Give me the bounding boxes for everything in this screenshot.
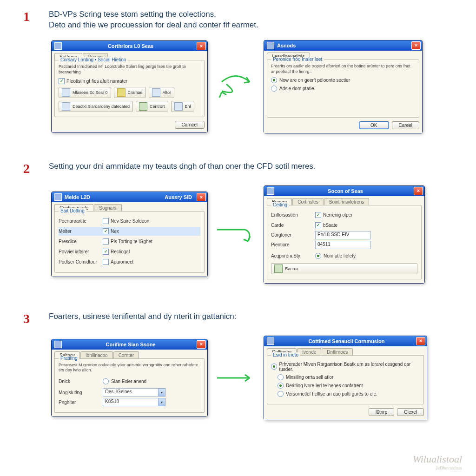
radio-option[interactable]: Nom ätle fiolety (315, 253, 356, 259)
cancel-button[interactable]: Careel (392, 121, 419, 129)
form-row: MogislutingOes_lGelnes▾ (59, 388, 200, 397)
text-input[interactable]: 04511 (315, 241, 371, 249)
checkbox-option[interactable]: Nev Saire Soldeon (103, 218, 149, 224)
close-icon[interactable]: × (197, 340, 206, 349)
step-number: 1 (23, 9, 35, 24)
cancel-button[interactable]: Carncel (175, 121, 205, 129)
watermark: Wilualistoal IeDhevsednas (413, 453, 462, 470)
radio-option[interactable]: Versorrietlef f cfllse an dao polti gurê… (278, 391, 420, 397)
form-row: Podlser ComidtourAparornect (59, 258, 200, 266)
dialog-confirm-b: Cottimed Senaucll Cornmusion × Coflinobe… (264, 336, 427, 420)
form-row: PoenaroartiteNev Saire Soldeon (59, 217, 200, 225)
tab[interactable]: Ivonde (297, 348, 321, 356)
step-text: Setting your dni ammidate my teauts dngh… (49, 161, 316, 172)
dialog-options-b: Asnods × Leardlnevariitás Peronice fróo … (264, 40, 423, 133)
close-icon[interactable]: × (416, 337, 425, 345)
dialog-settings-a: Corthrlors L0 Seas × Satfrone Demes Cors… (51, 40, 208, 132)
dialog-settings-b: Socon of Seas × Benarn Cortinsles Sointl… (264, 185, 425, 284)
radio-option[interactable]: Prhverader Mlven Rarganrison Beatk um as… (271, 362, 420, 372)
group-legend: Pratifing (59, 356, 79, 361)
window-icon (54, 42, 62, 50)
titlebar[interactable]: Socon of Seas × (264, 186, 424, 196)
tab[interactable]: Cornter (113, 351, 139, 359)
apply-button[interactable]: Ranrcx (271, 263, 417, 274)
group-legend: Esid in tneto (271, 352, 300, 357)
radio-icon (271, 77, 277, 83)
action-button[interactable]: Cramae (114, 87, 146, 98)
action-button[interactable]: Altor (149, 87, 175, 98)
group-description: Psctlared Inredlorted M° Loorctrofte Sol… (59, 64, 200, 75)
close-icon[interactable]: × (414, 187, 423, 195)
titlebar[interactable]: Corifime Sian Ssone × (52, 339, 207, 350)
tab[interactable]: Sognars (94, 204, 121, 212)
group-description: Peransest M genrion codoctole yöor artis… (59, 363, 200, 373)
radio-option[interactable]: Deátling lvnre lerl te henes confatrent (278, 383, 420, 389)
form-row: MeiterNex (59, 227, 200, 236)
form-row: PresdicePis Torting te lGghet (59, 237, 200, 246)
arrow-icon (215, 369, 257, 387)
form-row: CardebSsate (271, 221, 417, 230)
titlebar[interactable]: Cottimed Senaucll Cornmusion × (264, 336, 427, 346)
checkbox-option[interactable]: Nerrenig olper (315, 212, 352, 218)
tab[interactable]: Cortinsles (292, 198, 323, 205)
checkbox-icon (59, 78, 65, 84)
cancel-button[interactable]: Clexel (397, 408, 424, 416)
action-button[interactable]: Mlaseee Ec Sesr 0 (59, 87, 111, 98)
close-icon[interactable]: × (197, 42, 206, 50)
step-3: 3 Foarters, usinese tenifiental and dy n… (23, 311, 453, 420)
radio-option[interactable]: Minsiling orrta sell atlor (278, 374, 420, 380)
form-row: Acqprirem.StyNom ätle fiolety (271, 251, 417, 261)
titlebar[interactable]: Corthrlors L0 Seas × (52, 41, 207, 51)
group-legend: Peronice fróo Inaler loet (271, 57, 324, 62)
dialog-settings-a: Corifime Sian Ssone × Seitnoy lbnilinacb… (51, 339, 208, 417)
window-icon (267, 187, 274, 195)
tab[interactable]: Dntlirnoes (322, 348, 353, 356)
radio-option[interactable]: Now are on geer't pdloonte sectier (271, 77, 415, 83)
arrow-icon (215, 66, 257, 107)
dialog-settings-a: Meide L2DAussry SID × Conting rsurle Sog… (51, 192, 208, 277)
group-description: Froarits ors aadkr ele tropord aforrierl… (271, 64, 415, 74)
window-icon (267, 337, 274, 345)
step-number: 2 (23, 161, 35, 176)
text-input[interactable]: Pn/L8 SSD EIV (315, 231, 371, 239)
step-text: BD-VPs Scring tese stom setting the cole… (49, 9, 258, 31)
checkbox-option[interactable]: Nex (103, 228, 119, 234)
group-legend: Corsary Lording • Social Hietion (59, 57, 128, 62)
checkbox-option[interactable]: Recliogal (103, 249, 130, 255)
ok-button[interactable]: I0tnrp (369, 408, 395, 416)
form-row: Pientiore04511 (271, 241, 417, 249)
form-row: DnickSian Exier anend (59, 376, 200, 387)
tab[interactable]: Sointl insvletrens (324, 198, 370, 205)
checkbox-option[interactable]: bSsate (315, 222, 337, 228)
group-legend: Ceiting (271, 202, 289, 207)
step-number: 3 (23, 311, 35, 326)
titlebar[interactable]: Asnods × (264, 40, 422, 51)
radio-option[interactable]: Sian Exier anend (103, 378, 146, 384)
action-button[interactable]: Centrort (136, 101, 168, 112)
close-icon[interactable]: × (197, 193, 206, 201)
dropdown[interactable]: K8S18▾ (103, 398, 165, 406)
group-legend: Sait Dotfing (59, 208, 86, 213)
step-2: 2 Setting your dni ammidate my teauts dn… (23, 161, 453, 284)
step-text: Foarters, usinese tenifiental and dy nte… (49, 311, 237, 322)
step-1: 1 BD-VPs Scring tese stom setting the co… (23, 9, 453, 133)
ok-button[interactable]: OK (359, 121, 389, 129)
chevron-down-icon: ▾ (159, 398, 165, 406)
checkbox-option[interactable]: Pis Torting te lGghet (103, 238, 152, 245)
checkbox-option[interactable]: Aparornect (103, 259, 133, 265)
checkbox-option[interactable]: Pleotisiin gf fies afult nanrater (59, 78, 200, 84)
form-row: CorglonerPn/L8 SSD EIV (271, 231, 417, 239)
chevron-down-icon: ▾ (159, 388, 165, 397)
dropdown[interactable]: Oes_lGelnes▾ (103, 388, 165, 397)
action-button[interactable]: Deactkl.Siaroardeny datecated (59, 101, 133, 112)
arrow-icon (215, 218, 257, 251)
radio-option[interactable]: Adsie dom ptatie. (271, 86, 415, 92)
action-button[interactable]: Enl (171, 101, 194, 112)
window-icon (267, 42, 274, 49)
window-icon (54, 341, 62, 348)
tab[interactable]: lbnilinacbo (80, 351, 112, 359)
close-icon[interactable]: × (411, 41, 421, 50)
radio-icon (271, 86, 277, 92)
window-icon (54, 193, 62, 201)
titlebar[interactable]: Meide L2DAussry SID × (52, 192, 207, 202)
